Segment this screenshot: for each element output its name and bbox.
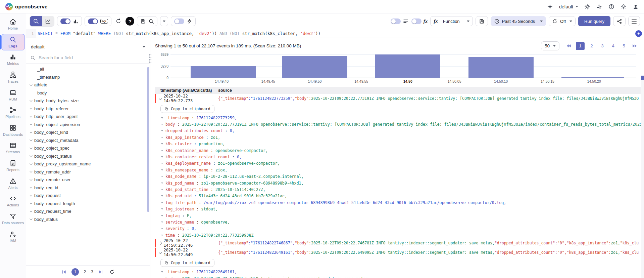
field-page-3[interactable]: 3 (91, 269, 94, 274)
wrap-lines-toggle[interactable] (391, 18, 401, 24)
sidebar-item-data-sources[interactable]: Data sources (1, 211, 25, 228)
slack-icon[interactable] (596, 4, 602, 10)
histogram-toggle-button[interactable] (57, 16, 82, 26)
log-detail-row[interactable]: k8s_namespace_name:ziox, (155, 167, 641, 173)
chevron-down-icon[interactable] (30, 83, 32, 86)
time-range-select[interactable]: Past 45 Seconds (491, 16, 546, 26)
chevron-down-icon[interactable] (30, 209, 32, 212)
log-detail-row[interactable]: _timestamp:1761124822649161, (155, 269, 641, 275)
share-button[interactable] (613, 16, 626, 26)
log-detail-row[interactable]: log_iostream:stdout, (155, 206, 641, 212)
log-detail-row[interactable]: k8s_app_instance:zo1, (155, 134, 641, 141)
histogram-toggle[interactable] (60, 18, 70, 24)
log-detail-row[interactable]: body:2025-10-22T09:20:22.649095Z INFO ta… (155, 275, 641, 278)
last-page-icon[interactable] (98, 269, 103, 275)
rows-per-page-select[interactable]: 50 (541, 41, 559, 50)
field-page-2[interactable]: 2 (84, 269, 86, 274)
visualize-mode-button[interactable] (42, 16, 54, 26)
log-detail-row[interactable]: k8s_container_name:openobserve-compactor… (155, 147, 641, 154)
quick-mode-toggle[interactable] (174, 18, 184, 24)
query-help-button[interactable]: ? (126, 17, 134, 26)
log-detail-row[interactable]: k8s_pod_uid:51fa4d3e-6d24-43cd-9016-bb7c… (155, 193, 641, 199)
chevron-down-icon[interactable] (30, 115, 32, 117)
save-function-button[interactable] (476, 16, 488, 26)
sidebar-item-rum[interactable]: RUM (1, 87, 25, 104)
auto-refresh-select[interactable]: Off (549, 16, 576, 26)
copy-to-clipboard-button[interactable]: Copy to clipboard (160, 105, 214, 113)
sparkle-icon[interactable] (547, 4, 553, 10)
field-item-body_object_status[interactable]: body_object_status (26, 152, 150, 160)
query-editor[interactable]: 1 SELECT * FROM "default" WHERE (NOT str… (26, 29, 644, 38)
results-scrollbar[interactable] (641, 76, 644, 278)
histogram-bar[interactable] (375, 54, 440, 78)
log-detail-row[interactable]: k8s_cluster:production, (155, 141, 641, 147)
reset-query-icon[interactable] (114, 18, 123, 24)
query-text[interactable]: SELECT * FROM "default" WHERE (NOT str_m… (36, 31, 635, 36)
histogram-bar[interactable] (561, 77, 624, 78)
sidebar-item-streams[interactable]: Streams (1, 140, 25, 157)
sidebar-item-home[interactable]: Home (1, 16, 25, 33)
sidebar-item-dashboards[interactable]: Dashboards (1, 122, 25, 139)
log-detail-row[interactable]: _timestamp:1761124822773259, (155, 115, 641, 121)
field-item-body_object_metadata[interactable]: body_object_metadata (26, 136, 150, 145)
log-detail-row[interactable]: k8s_container_restart_count:0, (155, 154, 641, 160)
log-detail-row[interactable]: k8s_deployment_name:zo1-openobserve-comp… (155, 160, 641, 167)
log-row[interactable]: 2025-10-22 14:50:22.649{"_timestamp":"17… (155, 248, 641, 257)
sidebar-item-iam[interactable]: IAM (1, 229, 25, 245)
field-item-body_body_bytes_size[interactable]: body_body_bytes_size (26, 97, 150, 105)
log-detail-row[interactable]: k8s_pod_name:zo1-openobserve-compactor-6… (155, 180, 641, 186)
field-page-1[interactable]: 1 (71, 268, 79, 276)
field-item-body_object_spec[interactable]: body_object_spec (26, 144, 150, 152)
next-pages-icon[interactable] (632, 43, 637, 49)
previous-pages-icon[interactable] (566, 43, 572, 49)
field-item-body[interactable]: body (26, 89, 150, 97)
saved-searches-button[interactable] (137, 16, 157, 26)
histogram-bar[interactable] (468, 57, 534, 78)
log-detail-row[interactable]: body:2025-10-22T09:20:22.773191Z INFO op… (155, 121, 641, 127)
field-item-body_status[interactable]: body_status (26, 215, 150, 224)
results-page-4[interactable]: 4 (609, 42, 617, 50)
field-item-body_remote_user[interactable]: body_remote_user (26, 176, 150, 184)
chevron-down-icon[interactable] (30, 138, 32, 141)
results-page-2[interactable]: 2 (588, 42, 595, 50)
field-item-body_object_kind[interactable]: body_object_kind (26, 128, 150, 136)
scrollbar-thumb[interactable] (641, 76, 644, 80)
histogram-bar[interactable] (191, 66, 256, 78)
events-histogram[interactable]: 65393270014:49:4014:49:4514:49:5014:49:5… (155, 53, 641, 86)
org-selector[interactable]: default (559, 4, 578, 9)
histogram-bar[interactable] (282, 56, 347, 78)
field-item-body_req_id[interactable]: body_req_id (26, 184, 150, 192)
chevron-down-icon[interactable] (30, 130, 32, 133)
chevron-down-icon[interactable] (30, 146, 32, 149)
sidebar-item-metrics[interactable]: Metrics (1, 51, 25, 68)
chevron-down-icon[interactable] (30, 202, 32, 204)
sidebar-item-alerts[interactable]: Alerts (1, 175, 25, 192)
field-item-body_request_length[interactable]: body_request_length (26, 200, 150, 208)
field-item-athlete[interactable]: athlete (26, 81, 150, 89)
refresh-fields-icon[interactable] (109, 269, 115, 275)
sql-mode-toggle-button[interactable]: SQL (85, 16, 111, 26)
field-item-body_http_user_agent[interactable]: body_http_user_agent (26, 113, 150, 121)
field-item-body_request[interactable]: body_request (26, 192, 150, 200)
chevron-down-icon[interactable] (30, 162, 32, 165)
sidebar-item-traces[interactable]: Traces (1, 69, 25, 86)
theme-toggle-icon[interactable] (584, 4, 590, 10)
sidebar-item-reports[interactable]: Reports (1, 158, 25, 174)
chevron-right-icon[interactable] (159, 242, 162, 245)
field-item-_all[interactable]: _all (26, 65, 150, 73)
chevron-down-icon[interactable] (159, 251, 162, 254)
results-page-1[interactable]: 1 (576, 42, 585, 50)
log-detail-row[interactable]: service_name:openobserve, (155, 219, 641, 225)
copy-to-clipboard-button[interactable]: Copy to clipboard (160, 259, 214, 267)
first-page-icon[interactable] (61, 269, 67, 275)
log-detail-row[interactable]: time:2025-10-22T09:20:22.773259938Z (155, 232, 641, 238)
chevron-down-icon[interactable] (159, 97, 162, 100)
results-page-5[interactable]: 5 (620, 42, 628, 50)
chevron-down-icon[interactable] (30, 194, 32, 196)
field-item-_timestamp[interactable]: _timestamp (26, 73, 150, 81)
chevron-down-icon[interactable] (30, 123, 32, 125)
log-detail-row[interactable]: log_file_path:/var/log/pods/ziox_zo1-ope… (155, 199, 641, 206)
chevron-down-icon[interactable] (30, 217, 32, 220)
field-item-body_http_referer[interactable]: body_http_referer (26, 105, 150, 113)
chevron-down-icon[interactable] (30, 107, 32, 110)
